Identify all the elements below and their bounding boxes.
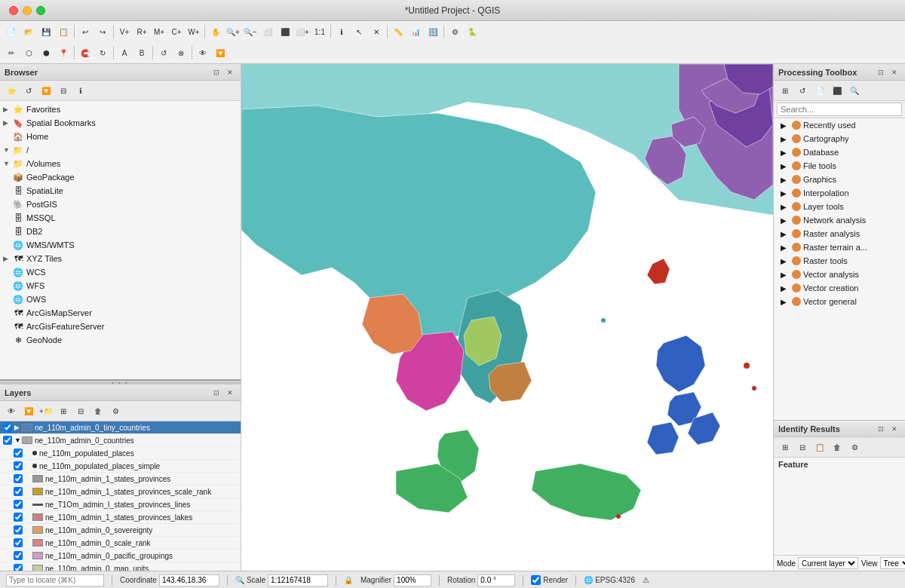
browser-arcgis-map[interactable]: 🗺 ArcGisMapServer bbox=[0, 306, 241, 320]
layer-map-units[interactable]: ne_110m_admin_0_map_units bbox=[0, 562, 241, 571]
browser-ows[interactable]: 🌐 OWS bbox=[0, 292, 241, 306]
layer-visibility-checkbox[interactable] bbox=[14, 461, 23, 470]
browser-float-btn[interactable]: ⊡ bbox=[210, 66, 222, 78]
layer-visibility-checkbox[interactable] bbox=[14, 513, 23, 522]
proc-recently-used[interactable]: ▶ Recently used bbox=[774, 118, 905, 132]
maximize-button[interactable] bbox=[36, 6, 45, 15]
save-as-button[interactable]: 📋 bbox=[55, 23, 72, 40]
layer-sovereignty[interactable]: ne_110m_admin_0_sovereignty bbox=[0, 524, 241, 537]
layers-collapse-btn[interactable]: ⊟ bbox=[72, 403, 89, 419]
python-button[interactable]: 🐍 bbox=[464, 23, 480, 40]
processing-search-input[interactable] bbox=[777, 103, 902, 116]
layers-expand-btn[interactable]: ⊞ bbox=[55, 403, 72, 419]
redo-button[interactable]: ↪ bbox=[94, 23, 111, 40]
identify-copy-btn[interactable]: 📋 bbox=[811, 439, 828, 455]
zoom-full-button[interactable]: ⬜ bbox=[259, 23, 276, 40]
layer-visibility-checkbox[interactable] bbox=[14, 474, 23, 483]
layer-visibility-checkbox[interactable] bbox=[14, 449, 23, 458]
layer-visibility-checkbox[interactable] bbox=[14, 487, 23, 496]
layer-scale-rank[interactable]: ne_110m_admin_0_scale_rank bbox=[0, 537, 241, 550]
rotate-btn[interactable]: ↻ bbox=[94, 44, 111, 61]
digitize-btn3[interactable]: ⬢ bbox=[38, 44, 54, 61]
browser-wcs[interactable]: 🌐 WCS bbox=[0, 265, 241, 279]
pan-tool[interactable]: ✋ bbox=[207, 23, 224, 40]
proc-cartography[interactable]: ▶ Cartography bbox=[774, 132, 905, 145]
proc-btn2[interactable]: ↺ bbox=[794, 82, 811, 99]
add-vector-button[interactable]: V+ bbox=[116, 23, 133, 40]
proc-vector-analysis[interactable]: ▶ Vector analysis bbox=[774, 268, 905, 281]
layer-states-lines[interactable]: ne_T1Om_admin_I_states_provinces_lines bbox=[0, 498, 241, 511]
save-project-button[interactable]: 💾 bbox=[38, 23, 54, 40]
zoom-out-button[interactable]: 🔍− bbox=[242, 23, 259, 40]
browser-spatial-bookmarks[interactable]: ▶ 🔖 Spatial Bookmarks bbox=[0, 116, 241, 130]
new-project-button[interactable]: 📄 bbox=[3, 23, 20, 40]
layer-visibility-checkbox[interactable] bbox=[3, 423, 12, 432]
identify-expand-btn[interactable]: ⊞ bbox=[777, 439, 793, 455]
proc-layer-tools[interactable]: ▶ Layer tools bbox=[774, 200, 905, 213]
add-csv-button[interactable]: C+ bbox=[168, 23, 185, 40]
messages-item[interactable]: ⚠ bbox=[643, 576, 649, 584]
digitize-btn1[interactable]: ✏ bbox=[3, 44, 20, 61]
layer-pacific-groupings[interactable]: ne_110m_admin_0_pacific_groupings bbox=[0, 550, 241, 562]
browser-collapse-btn[interactable]: ⊟ bbox=[55, 82, 72, 99]
layer-visibility-checkbox[interactable] bbox=[14, 564, 23, 571]
browser-wms[interactable]: 🌐 WMS/WMTS bbox=[0, 238, 241, 252]
open-project-button[interactable]: 📂 bbox=[20, 23, 37, 40]
proc-vector-creation[interactable]: ▶ Vector creation bbox=[774, 281, 905, 295]
layer-visibility-btn[interactable]: 👁 bbox=[195, 44, 211, 61]
add-mesh-button[interactable]: M+ bbox=[151, 23, 167, 40]
add-raster-button[interactable]: R+ bbox=[133, 23, 150, 40]
layer-states-provinces[interactable]: ne_110m_admin_1_states_provinces bbox=[0, 473, 241, 485]
proc-raster-tools[interactable]: ▶ Raster tools bbox=[774, 254, 905, 268]
layers-remove-btn[interactable]: 🗑 bbox=[90, 403, 106, 419]
proc-btn5[interactable]: 🔍 bbox=[846, 82, 863, 99]
proc-btn1[interactable]: ⊞ bbox=[777, 82, 793, 99]
locate-input[interactable] bbox=[6, 574, 104, 586]
layer-visibility-checkbox[interactable] bbox=[14, 538, 23, 547]
layer-visibility-checkbox[interactable] bbox=[14, 551, 23, 560]
layers-close-btn[interactable]: ✕ bbox=[224, 387, 236, 399]
map-canvas[interactable] bbox=[241, 64, 773, 571]
zoom-selection-button[interactable]: ⬜+ bbox=[294, 23, 311, 40]
layer-states-scale-rank[interactable]: ne_110m_admin_1_states_provinces_scale_r… bbox=[0, 485, 241, 498]
minimize-button[interactable] bbox=[23, 6, 32, 15]
proc-float-btn[interactable]: ⊡ bbox=[875, 66, 887, 78]
browser-wfs[interactable]: 🌐 WFS bbox=[0, 279, 241, 292]
identify-collapse-btn[interactable]: ⊟ bbox=[794, 439, 811, 455]
close-button[interactable] bbox=[9, 6, 18, 15]
browser-favorites[interactable]: ▶ ⭐ Favorites bbox=[0, 103, 241, 116]
browser-arcgis-feature[interactable]: 🗺 ArcGisFeatureServer bbox=[0, 320, 241, 333]
layers-options-btn[interactable]: ⚙ bbox=[107, 403, 124, 419]
layer-tiny-countries[interactable]: ▶ ne_110m_admin_0_tiny_countries bbox=[0, 421, 241, 434]
zoom-in-button[interactable]: 🔍+ bbox=[225, 23, 241, 40]
browser-mssql[interactable]: 🗄 MSSQL bbox=[0, 211, 241, 225]
browser-postgis[interactable]: 🐘 PostGIS bbox=[0, 198, 241, 211]
proc-file-tools[interactable]: ▶ File tools bbox=[774, 159, 905, 173]
layers-visibility-btn[interactable]: 👁 bbox=[3, 403, 20, 419]
select-button[interactable]: ↖ bbox=[351, 23, 367, 40]
layer-states-lakes[interactable]: ne_110m_admin_1_states_provinces_lakes bbox=[0, 511, 241, 524]
browser-home[interactable]: 🏠 Home bbox=[0, 130, 241, 143]
identify-button[interactable]: ℹ bbox=[333, 23, 350, 40]
layers-float-btn[interactable]: ⊡ bbox=[210, 387, 222, 399]
crs-item[interactable]: 🌐 EPSG:4326 bbox=[584, 576, 635, 584]
layer-populated-places[interactable]: ne_110m_populated_places bbox=[0, 447, 241, 460]
deselect-button[interactable]: ✕ bbox=[368, 23, 385, 40]
browser-spatialite[interactable]: 🗄 SpatiaLite bbox=[0, 184, 241, 198]
layer-visibility-checkbox[interactable] bbox=[14, 500, 23, 509]
render-checkbox[interactable] bbox=[531, 575, 541, 585]
refresh-button[interactable]: ↺ bbox=[155, 44, 172, 61]
undo-button[interactable]: ↩ bbox=[77, 23, 94, 40]
proc-database[interactable]: ▶ Database bbox=[774, 145, 905, 159]
zoom-layer-button[interactable]: ⬛ bbox=[277, 23, 293, 40]
identify-close-btn[interactable]: ✕ bbox=[888, 423, 900, 435]
field-calc-button[interactable]: 🔢 bbox=[425, 23, 441, 40]
label-btn1[interactable]: A bbox=[116, 44, 133, 61]
browser-refresh-btn[interactable]: ↺ bbox=[20, 82, 37, 99]
browser-xyz[interactable]: ▶ 🗺 XYZ Tiles bbox=[0, 252, 241, 265]
attribute-table-button[interactable]: 📊 bbox=[407, 23, 424, 40]
add-wms-button[interactable]: W+ bbox=[186, 23, 202, 40]
browser-close-btn[interactable]: ✕ bbox=[224, 66, 236, 78]
view-select[interactable]: Tree bbox=[880, 557, 905, 569]
browser-root[interactable]: ▼ 📁 / bbox=[0, 143, 241, 157]
